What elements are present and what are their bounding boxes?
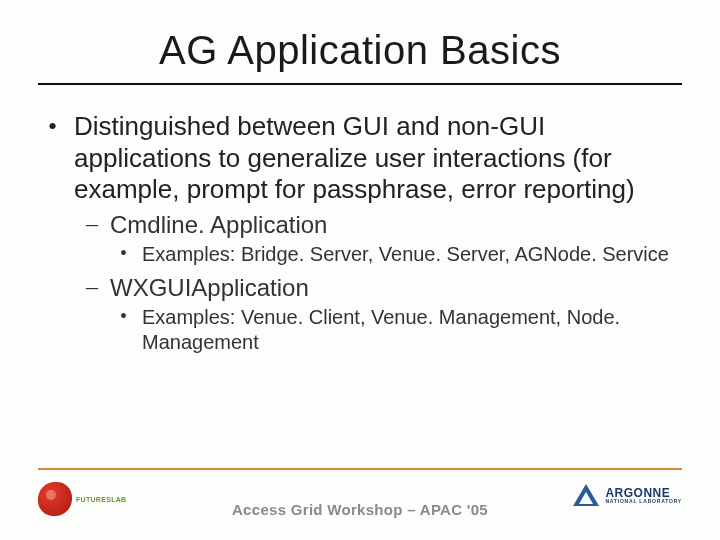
bullet-level2: – WXGUIApplication <box>86 273 676 303</box>
dash-icon: – <box>86 273 110 303</box>
slide-content: • Distinguished between GUI and non-GUI … <box>38 111 682 468</box>
title-divider <box>38 83 682 85</box>
bullet-dot-icon: • <box>120 305 142 355</box>
bullet-text: WXGUIApplication <box>110 273 309 303</box>
slide-title: AG Application Basics <box>38 28 682 73</box>
footer-divider <box>38 468 682 470</box>
triangle-icon <box>573 484 599 506</box>
bullet-text: Distinguished between GUI and non-GUI ap… <box>74 111 676 206</box>
footer-text: Access Grid Workshop – APAC '05 <box>232 501 488 518</box>
bullet-text: Examples: Venue. Client, Venue. Manageme… <box>142 305 676 355</box>
slide: AG Application Basics • Distinguished be… <box>0 0 720 540</box>
bullet-level3: • Examples: Venue. Client, Venue. Manage… <box>120 305 676 355</box>
bullet-dot-icon: • <box>44 111 74 206</box>
bullet-level3: • Examples: Bridge. Server, Venue. Serve… <box>120 242 676 267</box>
bullet-dot-icon: • <box>120 242 142 267</box>
logo-blob-icon <box>38 482 72 516</box>
logo-label: FUTURESLAB <box>76 496 126 503</box>
logo-small-text: NATIONAL LABORATORY <box>605 499 682 504</box>
bullet-text: Examples: Bridge. Server, Venue. Server,… <box>142 242 669 267</box>
bullet-level1: • Distinguished between GUI and non-GUI … <box>44 111 676 206</box>
futureslab-logo: FUTURESLAB <box>38 482 126 516</box>
argonne-logo: ARGONNE NATIONAL LABORATORY <box>573 484 682 506</box>
logo-big-text: ARGONNE <box>605 487 682 499</box>
slide-footer: FUTURESLAB Access Grid Workshop – APAC '… <box>38 478 682 540</box>
bullet-text: Cmdline. Application <box>110 210 327 240</box>
bullet-level2: – Cmdline. Application <box>86 210 676 240</box>
dash-icon: – <box>86 210 110 240</box>
logo-text: ARGONNE NATIONAL LABORATORY <box>605 487 682 504</box>
